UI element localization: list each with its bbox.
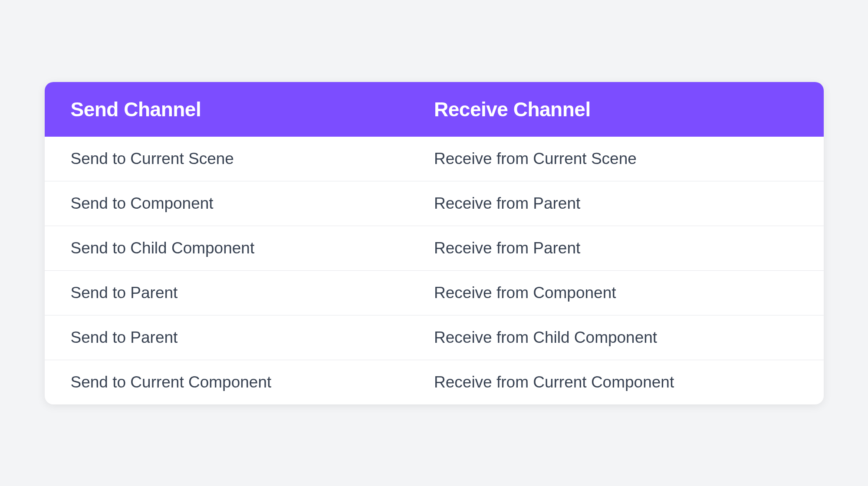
cell-send: Send to Parent (71, 284, 434, 302)
table-row: Send to Current Scene Receive from Curre… (45, 137, 824, 181)
cell-receive: Receive from Child Component (434, 328, 798, 347)
cell-send: Send to Component (71, 194, 434, 213)
table-row: Send to Child Component Receive from Par… (45, 226, 824, 271)
cell-send: Send to Parent (71, 328, 434, 347)
channel-table: Send Channel Receive Channel Send to Cur… (45, 82, 824, 404)
cell-receive: Receive from Current Scene (434, 150, 798, 168)
table-header: Send Channel Receive Channel (45, 82, 824, 137)
cell-receive: Receive from Current Component (434, 373, 798, 391)
cell-receive: Receive from Parent (434, 239, 798, 257)
header-send-channel: Send Channel (71, 98, 434, 121)
cell-send: Send to Current Scene (71, 150, 434, 168)
table-body: Send to Current Scene Receive from Curre… (45, 137, 824, 404)
cell-receive: Receive from Component (434, 284, 798, 302)
cell-send: Send to Current Component (71, 373, 434, 391)
table-row: Send to Parent Receive from Child Compon… (45, 315, 824, 360)
table-row: Send to Parent Receive from Component (45, 271, 824, 315)
table-row: Send to Component Receive from Parent (45, 181, 824, 226)
cell-receive: Receive from Parent (434, 194, 798, 213)
cell-send: Send to Child Component (71, 239, 434, 257)
header-receive-channel: Receive Channel (434, 98, 798, 121)
table-row: Send to Current Component Receive from C… (45, 360, 824, 404)
